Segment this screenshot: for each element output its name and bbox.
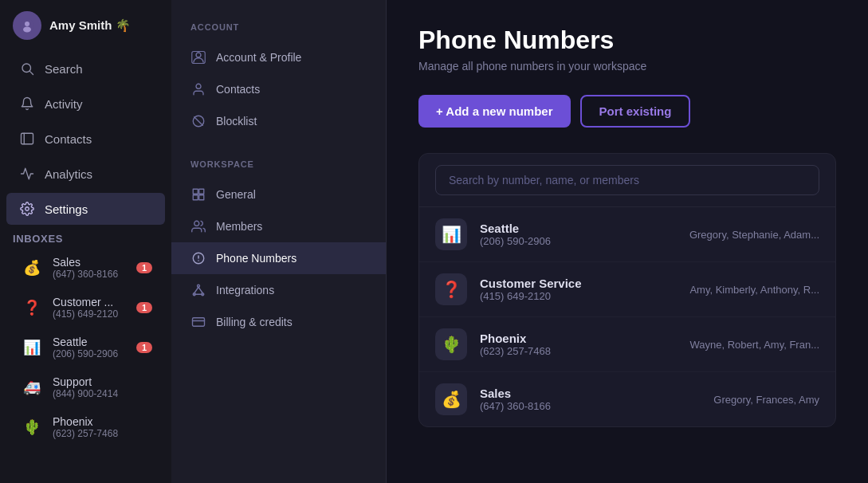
phone-search-bar [419, 154, 835, 207]
sales-inbox-name: Sales [53, 256, 128, 269]
phone-icon [190, 250, 206, 266]
customer-service-phone-info: Customer Service (415) 649-2120 [480, 277, 677, 302]
seattle-phone-name: Seattle [480, 222, 677, 235]
menu-item-members[interactable]: Members [171, 210, 386, 242]
svg-point-7 [26, 207, 29, 211]
contacts-icon [19, 131, 35, 147]
menu-item-integrations[interactable]: Integrations [171, 274, 386, 306]
block-icon [190, 113, 206, 129]
menu-item-blocklist[interactable]: Blocklist [171, 105, 386, 137]
customer-inbox-name: Customer ... [53, 296, 128, 308]
sales-phone-number: (647) 360-8166 [480, 400, 701, 412]
svg-rect-16 [199, 195, 204, 200]
menu-item-general[interactable]: General [171, 179, 386, 210]
integrations-icon [190, 282, 206, 298]
svg-point-17 [194, 221, 199, 226]
svg-point-1 [25, 22, 29, 26]
menu-item-phone-numbers[interactable]: Phone Numbers [171, 242, 386, 274]
phone-entry-sales[interactable]: 💰 Sales (647) 360-8166 Gregory, Frances,… [419, 372, 835, 426]
sales-inbox-info: Sales (647) 360-8166 [53, 256, 128, 280]
main-content: Phone Numbers Manage all phone numbers i… [387, 0, 868, 483]
user-header[interactable]: Amy Smith 🌴 [0, 0, 171, 51]
members-icon [190, 218, 206, 234]
user-circle-icon [190, 49, 206, 65]
customer-service-phone-icon: ❓ [435, 273, 467, 305]
svg-rect-25 [193, 318, 205, 327]
left-sidebar: Amy Smith 🌴 Search Activity Contacts Ana… [0, 0, 171, 483]
phoenix-phone-icon: 🌵 [435, 328, 467, 360]
phoenix-inbox-name: Phoenix [53, 415, 152, 428]
customer-service-phone-members: Amy, Kimberly, Anthony, R... [689, 284, 819, 296]
sidebar-label-analytics: Analytics [45, 167, 92, 181]
customer-inbox-badge: 1 [136, 302, 152, 313]
phoenix-phone-name: Phoenix [480, 332, 677, 345]
sidebar-label-contacts: Contacts [45, 132, 92, 146]
svg-point-10 [196, 84, 201, 88]
sidebar-item-activity[interactable]: Activity [6, 88, 165, 120]
support-inbox-name: Support [53, 375, 152, 388]
menu-item-billing[interactable]: Billing & credits [171, 306, 386, 338]
menu-label-contacts: Contacts [216, 83, 260, 96]
svg-line-22 [194, 287, 198, 293]
menu-label-integrations: Integrations [216, 284, 274, 296]
menu-label-account-profile: Account & Profile [216, 51, 301, 64]
menu-label-phone-numbers: Phone Numbers [216, 252, 297, 265]
billing-icon [190, 314, 206, 330]
sales-inbox-icon: 💰 [19, 255, 45, 281]
sidebar-item-contacts[interactable]: Contacts [6, 123, 165, 155]
menu-item-account-profile[interactable]: Account & Profile [171, 41, 386, 73]
seattle-phone-members: Gregory, Stephanie, Adam... [689, 229, 819, 241]
menu-item-contacts[interactable]: Contacts [171, 73, 386, 105]
phone-entry-seattle[interactable]: 📊 Seattle (206) 590-2906 Gregory, Stepha… [419, 207, 835, 262]
page-subtitle: Manage all phone numbers in your workspa… [418, 60, 836, 73]
sidebar-label-activity: Activity [45, 97, 83, 111]
page-title: Phone Numbers [418, 26, 836, 55]
svg-line-23 [198, 287, 202, 293]
phone-entry-phoenix[interactable]: 🌵 Phoenix (623) 257-7468 Wayne, Robert, … [419, 317, 835, 372]
bell-icon [19, 96, 35, 112]
phoenix-inbox-info: Phoenix (623) 257-7468 [53, 415, 152, 439]
port-existing-button[interactable]: Port existing [580, 95, 691, 128]
inbox-item-phoenix[interactable]: 🌵 Phoenix (623) 257-7468 [6, 408, 165, 446]
sidebar-item-search[interactable]: Search [6, 53, 165, 84]
seattle-phone-info: Seattle (206) 590-2906 [480, 222, 677, 247]
sales-phone-info: Sales (647) 360-8166 [480, 387, 701, 412]
sales-inbox-number: (647) 360-8166 [53, 269, 128, 280]
support-inbox-number: (844) 900-2414 [53, 388, 152, 399]
customer-inbox-info: Customer ... (415) 649-2120 [53, 296, 128, 320]
customer-service-phone-name: Customer Service [480, 277, 677, 290]
menu-label-blocklist: Blocklist [216, 115, 257, 128]
settings-icon [19, 201, 35, 217]
phoenix-phone-number: (623) 257-7468 [480, 345, 677, 357]
inbox-item-customer[interactable]: ❓ Customer ... (415) 649-2120 1 [6, 289, 165, 327]
support-inbox-info: Support (844) 900-2414 [53, 375, 152, 399]
svg-point-2 [23, 27, 31, 33]
sidebar-item-settings[interactable]: Settings [6, 193, 165, 225]
inbox-item-sales[interactable]: 💰 Sales (647) 360-8166 1 [6, 249, 165, 287]
seattle-inbox-badge: 1 [136, 342, 152, 353]
phone-entry-customer-service[interactable]: ❓ Customer Service (415) 649-2120 Amy, K… [419, 262, 835, 317]
svg-rect-13 [193, 189, 198, 194]
sales-inbox-badge: 1 [136, 262, 152, 273]
middle-panel: ACCOUNT Account & Profile Contacts Block… [171, 0, 387, 483]
seattle-phone-icon: 📊 [435, 218, 467, 250]
sidebar-item-analytics[interactable]: Analytics [6, 158, 165, 190]
account-section-header: ACCOUNT [171, 16, 386, 41]
menu-label-general: General [216, 188, 256, 201]
phone-list-container: 📊 Seattle (206) 590-2906 Gregory, Stepha… [418, 153, 836, 427]
phone-search-input[interactable] [435, 165, 819, 195]
svg-rect-15 [193, 195, 198, 200]
add-number-button[interactable]: + Add a new number [418, 95, 571, 128]
seattle-inbox-number: (206) 590-2906 [53, 348, 128, 359]
seattle-inbox-name: Seattle [53, 336, 128, 348]
workspace-section-header: WORKSPACE [171, 153, 386, 179]
inbox-item-support[interactable]: 🚑 Support (844) 900-2414 [6, 368, 165, 406]
customer-service-phone-number: (415) 649-2120 [480, 290, 677, 302]
phoenix-phone-info: Phoenix (623) 257-7468 [480, 332, 677, 357]
phoenix-inbox-icon: 🌵 [19, 414, 45, 440]
inbox-item-seattle[interactable]: 📊 Seattle (206) 590-2906 1 [6, 328, 165, 367]
svg-line-12 [194, 117, 203, 126]
svg-rect-5 [22, 133, 33, 144]
phoenix-inbox-number: (623) 257-7468 [53, 428, 152, 439]
sidebar-label-settings: Settings [45, 202, 88, 216]
